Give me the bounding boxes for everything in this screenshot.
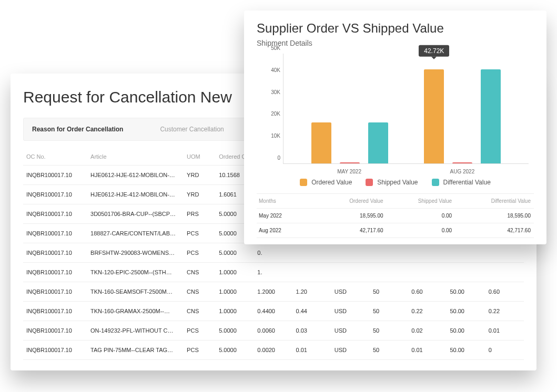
mini-cell-shipped: 0.00	[387, 223, 455, 238]
shipment-card: Supplier Order VS Shipped Value Shipment…	[244, 11, 546, 244]
cell-article: TAG PIN-75MM--CLEAR TAG…	[87, 341, 184, 360]
cell-article: ON-149232-PFL-WITHOUT C…	[87, 321, 184, 341]
ytick: 0	[259, 155, 280, 161]
cell-oc: INQBR100017.10	[23, 243, 87, 263]
mini-table-row[interactable]: Aug 202242,717.600.0042,717.60	[257, 223, 534, 238]
cell-c8	[370, 243, 408, 263]
cell-c10	[447, 263, 485, 282]
cell-ordered: 1.0000	[216, 302, 254, 321]
mini-cell-month: May 2022	[257, 209, 318, 223]
cancellation-reason-label: Reason for Order Cancellation	[32, 126, 123, 133]
cell-uom: PCS	[184, 243, 216, 263]
mini-cell-month: Aug 2022	[257, 223, 318, 238]
bar-aug-ordered[interactable]	[424, 69, 444, 163]
ytick: 30K	[259, 89, 280, 95]
cell-c9	[408, 263, 447, 282]
bar-aug-shipped[interactable]	[452, 162, 472, 163]
cell-c8: 50	[370, 282, 408, 302]
cell-c8: 50	[370, 302, 408, 321]
cell-c8	[370, 263, 408, 282]
cell-c11: 0.60	[485, 282, 524, 302]
cell-c7	[331, 243, 370, 263]
shipment-subtitle: Shipment Details	[257, 39, 534, 47]
col-oc-no[interactable]: OC No.	[23, 148, 87, 166]
cell-uom: PCS	[184, 321, 216, 341]
cell-c5: 1.2000	[254, 282, 292, 302]
bar-group-may	[308, 54, 391, 163]
swatch-shipped	[366, 179, 373, 186]
legend-label-diff: Differential Value	[443, 179, 491, 186]
cell-oc: INQBR100017.10	[23, 341, 87, 360]
cell-uom: CNS	[184, 302, 216, 321]
bar-may-shipped[interactable]	[340, 162, 360, 163]
cell-c6: 0.01	[293, 341, 331, 360]
cell-c9: 0.22	[408, 302, 447, 321]
cell-ordered: 1.0000	[216, 263, 254, 282]
table-row[interactable]: INQBR100017.10TKN-160-SEAMSOFT-2500M…CNS…	[23, 282, 524, 302]
bar-group-aug: 42.72K	[421, 54, 504, 163]
cell-c5: 0.0020	[254, 341, 292, 360]
swatch-ordered	[300, 179, 307, 186]
legend-item-ordered[interactable]: Ordered Value	[300, 179, 352, 186]
cell-c10: 50.00	[447, 302, 485, 321]
legend-item-diff[interactable]: Differential Value	[432, 179, 491, 186]
cell-oc: INQBR100017.10	[23, 263, 87, 282]
mt-col-shipped[interactable]: Shipped Value	[387, 194, 455, 209]
cell-c10: 50.00	[447, 321, 485, 341]
mini-cell-ordered: 18,595.00	[318, 209, 387, 223]
mt-col-diff[interactable]: Differential Value	[455, 194, 534, 209]
bar-may-ordered[interactable]	[311, 122, 331, 163]
cell-c11: 0.01	[485, 321, 524, 341]
cell-uom: CNS	[184, 263, 216, 282]
cell-c6	[293, 263, 331, 282]
shipment-chart: 42.72K 010K20K30K40K50K MAY 2022 AUG 202…	[283, 54, 529, 174]
cell-ordered: 5.0000	[216, 321, 254, 341]
cell-uom: CNS	[184, 282, 216, 302]
cancellation-reason-value: Customer Cancellation	[160, 126, 224, 133]
cell-article: HJE0612-HJE-412-MOBILON-…	[87, 185, 184, 204]
cell-c6: 0.44	[293, 302, 331, 321]
cell-uom: PRS	[184, 204, 216, 224]
cell-c9: 0.60	[408, 282, 447, 302]
ytick: 20K	[259, 111, 280, 117]
cell-c5: 1.	[254, 263, 292, 282]
table-row[interactable]: INQBR100017.10BRFSHTW-290083-WOMENS…PCS5…	[23, 243, 524, 263]
cell-c7: USD	[331, 302, 370, 321]
cell-uom: YRD	[184, 185, 216, 204]
mt-col-months[interactable]: Months	[257, 194, 318, 209]
legend-label-shipped: Shipped Value	[377, 179, 418, 186]
bar-aug-diff[interactable]	[481, 69, 501, 163]
cell-c7: USD	[331, 282, 370, 302]
cell-article: TKN-120-EPIC-2500M--(STH…	[87, 263, 184, 282]
table-row[interactable]: INQBR100017.10TKN-120-EPIC-2500M--(STH…C…	[23, 263, 524, 282]
table-row[interactable]: INQBR100017.10TKN-160-GRAMAX-2500M--…CNS…	[23, 302, 524, 321]
cell-c6: 0.03	[293, 321, 331, 341]
cell-c11: 0.22	[485, 302, 524, 321]
table-row[interactable]: INQBR100017.10TAG PIN-75MM--CLEAR TAG…PC…	[23, 341, 524, 360]
mt-col-ordered[interactable]: Ordered Value	[318, 194, 387, 209]
table-row[interactable]: INQBR100017.10ON-149232-PFL-WITHOUT C…PC…	[23, 321, 524, 341]
cell-uom: PCS	[184, 341, 216, 360]
cell-c7	[331, 263, 370, 282]
cell-c9	[408, 243, 447, 263]
cell-article: HJE0612-HJE-612-MOBILON-…	[87, 166, 184, 185]
col-uom[interactable]: UOM	[184, 148, 216, 166]
cell-ordered: 5.0000	[216, 243, 254, 263]
ytick: 50K	[259, 45, 280, 51]
cell-c6: 1.20	[293, 282, 331, 302]
bar-may-diff[interactable]	[368, 122, 388, 163]
cell-uom: PCS	[184, 224, 216, 243]
mini-table-row[interactable]: May 202218,595.000.0018,595.00	[257, 209, 534, 223]
cell-c6	[293, 243, 331, 263]
mini-cell-diff: 42,717.60	[455, 223, 534, 238]
cell-oc: INQBR100017.10	[23, 321, 87, 341]
col-article[interactable]: Article	[87, 148, 184, 166]
cell-oc: INQBR100017.10	[23, 224, 87, 243]
legend-item-shipped[interactable]: Shipped Value	[366, 179, 418, 186]
cell-c11: 0	[485, 341, 524, 360]
cell-article: 188827-CARE/CONTENT/LAB…	[87, 224, 184, 243]
shipment-table: Months Ordered Value Shipped Value Diffe…	[257, 193, 534, 238]
cell-c5: 0.	[254, 243, 292, 263]
chart-legend: Ordered Value Shipped Value Differential…	[257, 179, 534, 186]
mini-cell-shipped: 0.00	[387, 209, 455, 223]
